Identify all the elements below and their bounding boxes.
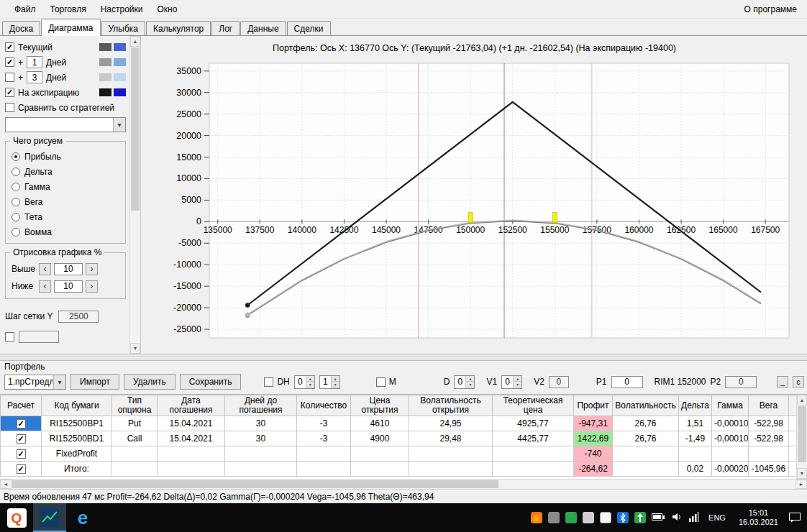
radio-option[interactable]: Гамма [12,179,119,194]
import-button[interactable]: Импорт [70,374,119,390]
column-header[interactable]: Дельта [679,395,712,416]
portfolio-preset-select[interactable]: 1.прСтредл [4,375,66,390]
toggle-plus1-days[interactable]: + 1 Дней [5,55,126,70]
menu-trading[interactable]: Торговля [43,1,94,17]
tab-deals[interactable]: Сделки [287,21,331,35]
column-header[interactable]: Расчет [1,395,42,416]
language-indicator[interactable]: ENG [706,513,729,522]
scroll-down-icon[interactable] [797,468,807,479]
column-header[interactable]: Количество [297,395,351,416]
scrollbar-track[interactable] [797,405,807,468]
p2-input[interactable]: 0 [725,376,757,388]
scrollbar-track[interactable] [130,47,140,343]
scrollbar-thumb[interactable] [12,480,498,488]
dh-spinner-1[interactable]: 0 [294,375,315,389]
battery-icon[interactable] [652,513,665,523]
p1-input[interactable]: 0 [611,376,643,388]
table-row[interactable]: Итого:-264,620,02-0,000204-1045,9646 [1,462,807,477]
collapse-button[interactable]: _ [777,376,788,387]
scroll-up-icon[interactable] [130,36,140,47]
tab-calculator[interactable]: Калькулятор [146,21,211,35]
column-header[interactable]: Вега [749,395,789,416]
taskbar-app-edge[interactable]: e [66,503,99,532]
taskbar-app-quik[interactable]: Q [0,503,33,532]
toggle-current-line[interactable]: Текущий [5,40,126,55]
bluetooth-icon[interactable] [617,512,629,523]
scrollbar-track[interactable] [12,480,795,489]
scrollbar-thumb[interactable] [798,406,806,462]
v2-input[interactable]: 0 [549,376,569,388]
plus1-days-input[interactable]: 1 [27,56,42,68]
menu-about[interactable]: О программе [742,1,800,17]
column-header[interactable]: Теоретическая цена [493,395,574,416]
tab-smile[interactable]: Улыбка [101,21,146,35]
table-vertical-scrollbar[interactable] [796,395,807,479]
radio-option[interactable]: Вега [12,194,119,209]
plus3-days-input[interactable]: 3 [27,71,42,83]
spinner-arrows[interactable] [513,376,521,388]
v1-spinner[interactable]: 0 [501,375,522,389]
scroll-right-icon[interactable] [795,480,807,489]
column-header[interactable]: Код бумаги [42,395,112,416]
taskbar-app-option-chart[interactable] [33,503,66,532]
table-row[interactable]: RI152500BP1Put15.04.202130-3461024,95492… [1,416,807,431]
radio-option[interactable]: Вомма [12,224,119,239]
column-header[interactable]: Цена открытия [351,395,409,416]
action-center-icon[interactable] [788,511,801,525]
column-header[interactable]: Профит [574,395,613,416]
spinner-arrows[interactable] [465,376,474,388]
row-calc-checkbox-cell[interactable] [1,416,42,431]
tab-diagram[interactable]: Диаграмма [41,19,100,36]
dh-checkbox[interactable]: DH [264,375,289,390]
network-icon[interactable] [688,511,700,525]
menu-file[interactable]: Файл [7,1,43,17]
tab-log[interactable]: Лог [211,21,240,35]
row-calc-checkbox-cell[interactable] [1,462,42,477]
tray-flame-icon[interactable] [531,512,542,523]
d-spinner[interactable]: 0 [454,375,475,389]
scroll-left-icon[interactable] [0,480,12,489]
delete-button[interactable]: Удалить [124,374,175,390]
m-checkbox[interactable]: M [376,375,396,390]
scroll-up-icon[interactable] [797,395,807,405]
radio-option[interactable]: Прибыль [12,149,119,164]
above-increase-button[interactable] [86,263,98,275]
column-header[interactable]: Тип опциона [112,395,158,416]
spinner-arrows[interactable] [331,376,339,388]
menu-settings[interactable]: Настройки [94,1,150,17]
tray-clipboard-icon[interactable] [600,512,611,523]
tray-shield-icon[interactable] [565,512,577,523]
toggle-expiration-line[interactable]: На экспирацию [5,85,126,100]
above-decrease-button[interactable] [39,263,51,275]
grid-step-input[interactable]: 2500 [58,311,99,323]
tray-disk-icon[interactable] [583,512,594,523]
above-percent-input[interactable]: 10 [54,263,83,275]
table-row[interactable]: RI152500BD1Call15.04.202130-3490029,4844… [1,431,807,446]
tray-usb-icon[interactable] [634,512,646,523]
save-button[interactable]: Сохранить [180,374,242,390]
tab-data[interactable]: Данные [240,21,286,35]
sidebar-scrollbar[interactable] [129,36,140,354]
clipped-input[interactable] [19,331,59,343]
horizontal-splitter[interactable] [0,354,807,361]
compare-strategy-select[interactable] [5,117,126,132]
tray-window-icon[interactable] [548,512,560,523]
below-increase-button[interactable] [86,280,98,293]
table-row[interactable]: FixedProfit-740 [1,446,807,462]
c-button[interactable]: c [793,376,804,387]
column-header[interactable]: Гамма [712,395,749,416]
menu-window[interactable]: Окно [150,1,185,17]
compare-strategy-checkbox[interactable]: Сравнить со стратегией [5,100,126,115]
volume-icon[interactable] [671,511,683,525]
row-calc-checkbox-cell[interactable] [1,446,42,462]
radio-option[interactable]: Дельта [12,164,119,179]
scroll-down-icon[interactable] [130,343,140,354]
spinner-arrows[interactable] [306,376,314,388]
toggle-plus3-days[interactable]: + 3 Дней [5,70,126,85]
scrollbar-thumb[interactable] [131,47,140,211]
column-header[interactable]: Дней до погашения [225,395,297,416]
column-header[interactable]: Волатильность открытия [409,395,493,416]
row-calc-checkbox-cell[interactable] [1,431,42,446]
table-horizontal-scrollbar[interactable] [0,479,807,489]
column-header[interactable]: Дата погашения [158,395,225,416]
